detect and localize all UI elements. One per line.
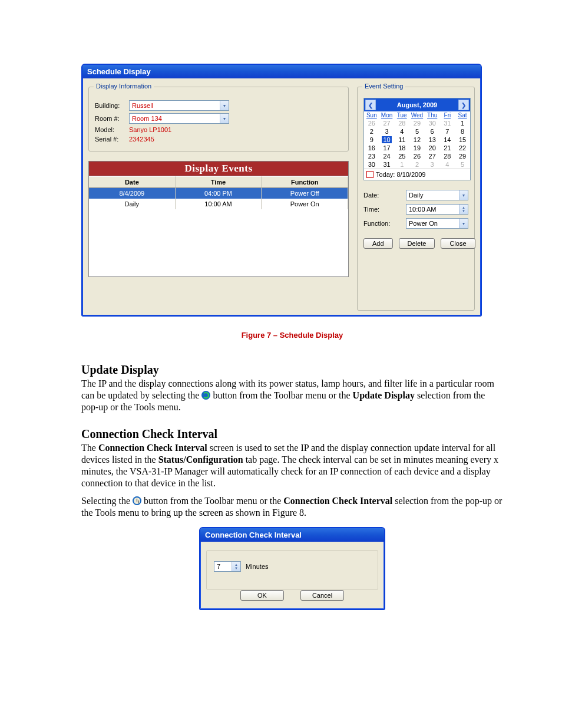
calendar-day[interactable]: 3: [425, 160, 440, 169]
calendar-day[interactable]: 27: [379, 119, 395, 127]
minutes-unit-label: Minutes: [246, 563, 269, 570]
calendar-day[interactable]: 21: [440, 144, 455, 152]
refresh-icon: [201, 391, 210, 400]
calendar-day[interactable]: 29: [409, 119, 425, 127]
calendar-day[interactable]: 17: [379, 144, 395, 152]
events-column-headers: Date Time Function: [88, 176, 349, 188]
calendar-day[interactable]: 13: [425, 136, 440, 144]
calendar-day[interactable]: 27: [425, 152, 440, 160]
calendar-month-title: August, 2009: [397, 101, 437, 108]
calendar-day[interactable]: 8: [455, 127, 470, 136]
calendar-dow: Mon: [379, 111, 395, 119]
calendar-day[interactable]: 18: [394, 144, 409, 152]
calendar-day[interactable]: 19: [409, 144, 425, 152]
chevron-down-icon[interactable]: ▾: [220, 101, 229, 110]
building-combo[interactable]: Russell ▾: [129, 100, 229, 111]
calendar-day[interactable]: 31: [379, 160, 395, 169]
minutes-spinner[interactable]: 7 ▲▼: [214, 561, 241, 572]
calendar-day[interactable]: 30: [425, 119, 440, 127]
paragraph: The Connection Check Interval screen is …: [81, 442, 503, 489]
calendar-dow: Fri: [440, 111, 455, 119]
calendar-day[interactable]: 28: [394, 119, 409, 127]
room-label: Room #:: [95, 115, 129, 122]
add-button[interactable]: Add: [363, 238, 393, 249]
room-combo[interactable]: Room 134 ▾: [129, 113, 229, 124]
serial-label: Serial #:: [95, 136, 129, 143]
connection-check-interval-window: Connection Check Interval 7 ▲▼ Minutes O…: [199, 527, 385, 610]
table-row[interactable]: 8/4/200904:00 PMPower Off: [89, 188, 348, 199]
delete-button[interactable]: Delete: [399, 238, 435, 249]
calendar-day[interactable]: 1: [455, 119, 470, 127]
calendar-next-button[interactable]: ❯: [458, 100, 469, 110]
cancel-button[interactable]: Cancel: [300, 590, 344, 601]
calendar-day[interactable]: 16: [364, 144, 379, 152]
date-label: Date:: [363, 192, 406, 199]
calendar-day[interactable]: 30: [364, 160, 379, 169]
calendar-prev-button[interactable]: ❮: [365, 100, 376, 110]
spinner-buttons-icon[interactable]: ▲▼: [459, 205, 468, 214]
table-cell: 10:00 AM: [176, 199, 262, 209]
calendar-day[interactable]: 9: [364, 136, 379, 144]
calendar-day[interactable]: 5: [409, 127, 425, 136]
col-date[interactable]: Date: [89, 176, 176, 188]
calendar-day[interactable]: 3: [379, 127, 395, 136]
calendar-dow: Tue: [394, 111, 409, 119]
chevron-down-icon[interactable]: ▾: [220, 114, 229, 123]
table-cell: 04:00 PM: [176, 188, 262, 199]
calendar-day[interactable]: 31: [440, 119, 455, 127]
calendar-day[interactable]: 7: [440, 127, 455, 136]
table-cell: 8/4/2009: [89, 188, 176, 199]
chevron-down-icon[interactable]: ▾: [459, 190, 468, 200]
calendar-day[interactable]: 12: [409, 136, 425, 144]
ok-button[interactable]: OK: [240, 590, 284, 601]
calendar-day[interactable]: 20: [425, 144, 440, 152]
paragraph: The IP and the display connections along…: [81, 378, 503, 413]
calendar-dow: Sun: [364, 111, 379, 119]
room-value: Room 134: [132, 115, 162, 122]
serial-value: 2342345: [129, 136, 154, 143]
calendar-day[interactable]: 22: [455, 144, 470, 152]
calendar-day[interactable]: 6: [425, 127, 440, 136]
calendar-day[interactable]: 11: [394, 136, 409, 144]
group-title: Event Setting: [362, 83, 405, 90]
calendar-day[interactable]: 25: [394, 152, 409, 160]
calendar-day[interactable]: 4: [394, 127, 409, 136]
table-row[interactable]: Daily10:00 AMPower On: [89, 199, 348, 209]
calendar-day[interactable]: 26: [409, 152, 425, 160]
time-value: 10:00 AM: [409, 206, 436, 213]
calendar-grid[interactable]: SunMonTueWedThuFriSat2627282930311234567…: [364, 111, 470, 169]
spinner-buttons-icon[interactable]: ▲▼: [232, 562, 240, 571]
schedule-display-window: Schedule Display Display Information Bui…: [81, 64, 482, 317]
calendar-day[interactable]: 1: [394, 160, 409, 169]
calendar-day[interactable]: 2: [364, 127, 379, 136]
calendar-day[interactable]: 4: [440, 160, 455, 169]
date-combo[interactable]: Daily ▾: [406, 190, 468, 200]
table-cell: Power Off: [262, 188, 348, 199]
calendar-day[interactable]: 26: [364, 119, 379, 127]
calendar-day[interactable]: 15: [455, 136, 470, 144]
calendar-today-label[interactable]: Today: 8/10/2009: [376, 171, 425, 178]
chevron-down-icon[interactable]: ▾: [459, 219, 468, 228]
calendar-day[interactable]: 23: [364, 152, 379, 160]
display-events-header: Display Events: [88, 161, 349, 176]
calendar-day[interactable]: 14: [440, 136, 455, 144]
date-value: Daily: [409, 192, 423, 199]
calendar-day[interactable]: 10: [379, 136, 395, 144]
calendar-day[interactable]: 5: [455, 160, 470, 169]
paragraph: Selecting the button from the Toolbar me…: [81, 495, 503, 519]
figure-caption: Figure 7 – Schedule Display: [81, 331, 503, 340]
col-function[interactable]: Function: [262, 176, 348, 188]
calendar-day[interactable]: 28: [440, 152, 455, 160]
function-value: Power On: [409, 220, 438, 227]
events-list[interactable]: 8/4/200904:00 PMPower OffDaily10:00 AMPo…: [88, 188, 349, 277]
col-time[interactable]: Time: [176, 176, 262, 188]
calendar-dow: Thu: [425, 111, 440, 119]
calendar-day[interactable]: 24: [379, 152, 395, 160]
calendar-day[interactable]: 2: [409, 160, 425, 169]
time-spinner[interactable]: 10:00 AM ▲▼: [406, 204, 468, 215]
calendar[interactable]: ❮ August, 2009 ❯ SunMonTueWedThuFriSat26…: [363, 98, 471, 180]
function-combo[interactable]: Power On ▾: [406, 218, 468, 229]
calendar-dow: Wed: [409, 111, 425, 119]
calendar-day[interactable]: 29: [455, 152, 470, 160]
close-button[interactable]: Close: [441, 238, 475, 249]
